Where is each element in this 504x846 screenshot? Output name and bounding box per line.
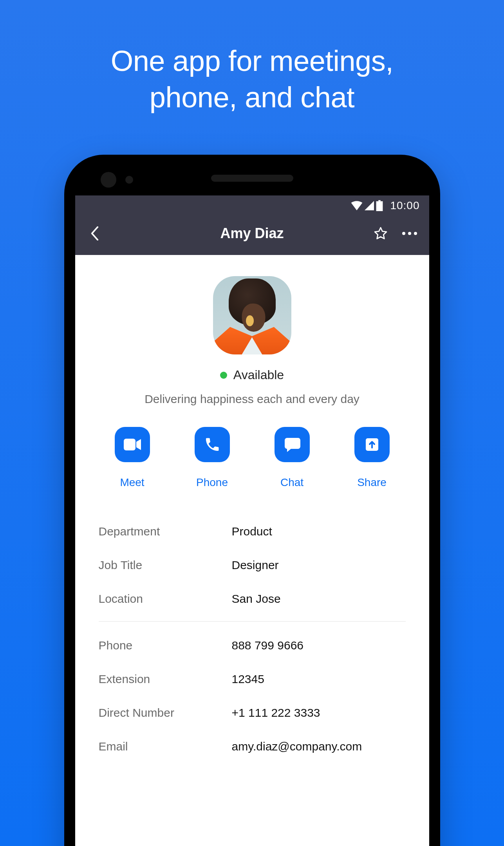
tagline-line-1: One app for meetings, [0,43,504,80]
phone-button[interactable] [195,427,230,462]
share-label: Share [357,476,387,489]
detail-row-phone[interactable]: Phone 888 799 9666 [99,629,406,662]
section-divider [99,621,406,622]
chevron-left-icon [90,226,99,240]
detail-value: Designer [232,559,279,572]
status-icons [351,200,383,211]
share-icon [363,436,381,453]
presence-text: Available [233,368,284,382]
detail-value: amy.diaz@company.com [232,740,362,753]
chat-button[interactable] [275,427,310,462]
details-list: Department Product Job Title Designer Lo… [89,515,415,763]
tagline-line-2: phone, and chat [0,80,504,116]
svg-rect-0 [379,200,381,201]
detail-row-location: Location San Jose [99,582,406,616]
phone-label: Phone [196,476,228,489]
detail-row-department: Department Product [99,515,406,548]
star-icon [373,226,388,241]
detail-label: Location [99,592,232,606]
video-icon [123,438,142,451]
meet-button[interactable] [115,427,150,462]
detail-value: +1 111 222 3333 [232,706,320,719]
favorite-button[interactable] [372,225,389,242]
detail-row-email[interactable]: Email amy.diaz@company.com [99,730,406,763]
more-horizontal-icon [402,231,417,235]
phone-screen: 10:00 Amy Diaz [75,195,429,846]
battery-icon [376,200,383,211]
svg-rect-1 [376,201,383,211]
more-options-button[interactable] [401,225,418,242]
profile-section: Available Delivering happiness each and … [75,255,429,763]
detail-value: 888 799 9666 [232,639,304,652]
chat-label: Chat [280,476,303,489]
svg-point-3 [408,232,411,235]
action-buttons-row: Meet Phone Chat [89,427,415,489]
marketing-tagline: One app for meetings, phone, and chat [0,0,504,116]
speaker-grille [211,175,293,182]
svg-point-4 [414,232,417,235]
svg-rect-5 [124,439,135,450]
share-button[interactable] [354,427,390,462]
meet-label: Meet [120,476,144,489]
detail-label: Direct Number [99,706,232,719]
detail-value: Product [232,525,272,538]
cellular-icon [364,201,374,210]
android-status-bar: 10:00 [75,195,429,216]
presence-row: Available [89,368,415,382]
chat-icon [283,436,301,453]
detail-label: Extension [99,672,232,686]
detail-value: 12345 [232,672,264,686]
wifi-icon [351,201,363,210]
detail-row-job-title: Job Title Designer [99,548,406,582]
avatar[interactable] [213,276,291,354]
phone-hardware-top [75,166,429,190]
camera-dot-large [101,172,116,188]
svg-point-2 [402,232,405,235]
detail-label: Job Title [99,559,232,572]
profile-bio: Delivering happiness each and every day [89,392,415,406]
presence-dot-icon [220,372,227,379]
camera-dot-small [125,176,133,184]
phone-frame: 10:00 Amy Diaz [64,155,440,846]
detail-row-extension[interactable]: Extension 12345 [99,662,406,696]
back-button[interactable] [86,225,103,242]
detail-label: Email [99,740,232,753]
phone-icon [204,436,220,453]
detail-row-direct-number[interactable]: Direct Number +1 111 222 3333 [99,696,406,730]
app-bar: Amy Diaz [75,216,429,255]
detail-value: San Jose [232,592,281,606]
detail-label: Department [99,525,232,538]
status-time: 10:00 [390,199,419,212]
detail-label: Phone [99,639,232,652]
